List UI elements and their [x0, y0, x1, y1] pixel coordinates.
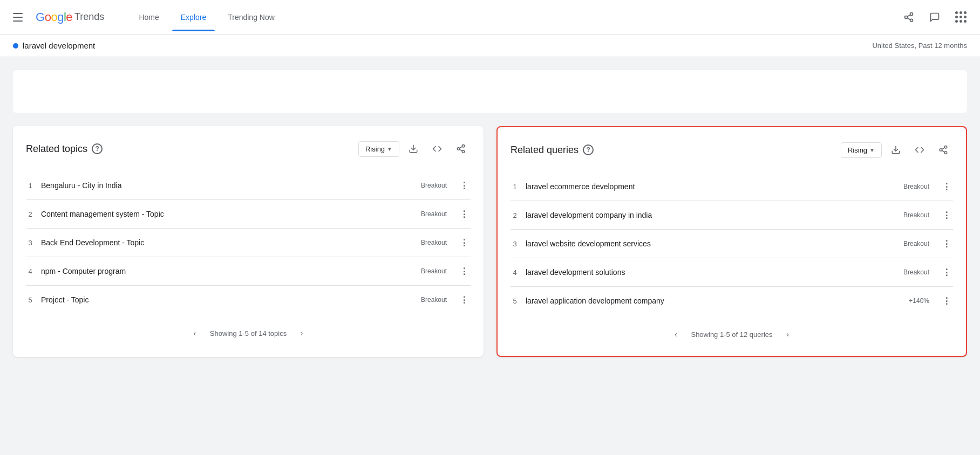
- row-label[interactable]: Project - Topic: [41, 295, 414, 304]
- row-more-icon[interactable]: ⋮: [940, 266, 953, 279]
- prev-page-button[interactable]: ‹: [186, 325, 203, 342]
- pagination-label: Showing 1-5 of 12 queries: [691, 330, 772, 339]
- table-row: 1 Bengaluru - City in India Breakout ⋮: [26, 171, 471, 200]
- related-topics-rising-dropdown[interactable]: Rising ▼: [358, 141, 399, 157]
- related-queries-controls: Rising ▼: [841, 140, 953, 160]
- related-queries-share-icon[interactable]: [934, 140, 953, 160]
- related-queries-header: Related queries ? Rising ▼: [511, 140, 953, 160]
- table-row: 3 laravel website development services B…: [511, 230, 953, 258]
- svg-line-4: [907, 15, 910, 16]
- related-queries-table: 1 laravel ecommerce development Breakout…: [511, 173, 953, 315]
- apps-grid-icon: [954, 10, 968, 24]
- subheader-left: laravel development: [13, 41, 95, 50]
- row-label[interactable]: Back End Development - Topic: [41, 238, 414, 247]
- nav-trending-now[interactable]: Trending Now: [219, 9, 283, 26]
- table-row: 5 Project - Topic Breakout ⋮: [26, 286, 471, 314]
- row-badge: +140%: [909, 297, 929, 305]
- related-queries-title-group: Related queries ?: [511, 144, 594, 156]
- row-more-icon[interactable]: ⋮: [458, 265, 471, 278]
- related-topics-footer: ‹ Showing 1-5 of 14 topics ›: [26, 325, 471, 342]
- related-topics-card: Related topics ? Rising ▼: [13, 126, 484, 357]
- row-number: 4: [26, 267, 35, 275]
- row-label[interactable]: npm - Computer program: [41, 267, 414, 275]
- chart-area: [13, 70, 967, 113]
- apps-button[interactable]: [950, 6, 971, 28]
- row-number: 3: [511, 240, 519, 248]
- table-row: 1 laravel ecommerce development Breakout…: [511, 173, 953, 201]
- row-more-icon[interactable]: ⋮: [940, 294, 953, 307]
- table-row: 4 npm - Computer program Breakout ⋮: [26, 257, 471, 286]
- dropdown-arrow-icon: ▼: [869, 147, 875, 153]
- table-row: 3 Back End Development - Topic Breakout …: [26, 229, 471, 257]
- row-label[interactable]: Bengaluru - City in India: [41, 181, 414, 190]
- related-topics-controls: Rising ▼: [358, 139, 471, 158]
- row-more-icon[interactable]: ⋮: [940, 180, 953, 193]
- row-badge: Breakout: [421, 239, 447, 246]
- dropdown-arrow-icon: ▼: [387, 146, 392, 152]
- pagination-label: Showing 1-5 of 14 topics: [210, 329, 287, 337]
- row-more-icon[interactable]: ⋮: [458, 293, 471, 306]
- related-queries-download-icon[interactable]: [886, 140, 906, 160]
- row-number: 2: [511, 211, 519, 219]
- row-badge: Breakout: [903, 211, 929, 219]
- row-label[interactable]: laravel application development company: [526, 297, 902, 305]
- table-row: 5 laravel application development compan…: [511, 287, 953, 315]
- related-topics-header: Related topics ? Rising ▼: [26, 139, 471, 158]
- share-button[interactable]: [898, 6, 920, 28]
- message-button[interactable]: [924, 6, 945, 28]
- row-more-icon[interactable]: ⋮: [458, 179, 471, 192]
- row-more-icon[interactable]: ⋮: [458, 236, 471, 249]
- cards-row: Related topics ? Rising ▼: [13, 126, 967, 357]
- nav-explore[interactable]: Explore: [172, 9, 215, 26]
- row-more-icon[interactable]: ⋮: [940, 209, 953, 222]
- row-badge: Breakout: [421, 182, 447, 189]
- search-term-label: laravel development: [23, 41, 95, 50]
- next-page-button[interactable]: ›: [779, 326, 797, 343]
- related-topics-share-icon[interactable]: [451, 139, 471, 158]
- logo[interactable]: Google Trends: [36, 10, 104, 24]
- hamburger-icon[interactable]: [9, 9, 27, 26]
- row-label[interactable]: Content management system - Topic: [41, 210, 414, 218]
- row-number: 1: [26, 182, 35, 190]
- related-topics-embed-icon[interactable]: [427, 139, 447, 158]
- subheader: laravel development United States, Past …: [0, 35, 980, 57]
- main-content: Related topics ? Rising ▼: [0, 57, 980, 370]
- related-queries-embed-icon[interactable]: [910, 140, 929, 160]
- app-header: Google Trends Home Explore Trending Now: [0, 0, 980, 35]
- related-topics-help-icon[interactable]: ?: [92, 143, 103, 154]
- related-topics-title-group: Related topics ?: [26, 143, 103, 155]
- svg-line-10: [459, 147, 462, 148]
- row-badge: Breakout: [903, 268, 929, 276]
- related-topics-table: 1 Bengaluru - City in India Breakout ⋮ 2…: [26, 171, 471, 314]
- row-label[interactable]: laravel development solutions: [526, 268, 897, 277]
- main-nav: Home Explore Trending Now: [130, 9, 283, 26]
- row-number: 2: [26, 210, 35, 218]
- related-queries-rising-dropdown[interactable]: Rising ▼: [841, 142, 882, 158]
- row-label[interactable]: laravel ecommerce development: [526, 182, 897, 191]
- table-row: 4 laravel development solutions Breakout…: [511, 258, 953, 287]
- svg-line-15: [942, 150, 944, 152]
- row-number: 5: [511, 297, 519, 305]
- row-number: 1: [511, 183, 519, 191]
- svg-line-3: [907, 18, 910, 19]
- row-badge: Breakout: [421, 267, 447, 275]
- table-row: 2 laravel development company in india B…: [511, 201, 953, 230]
- related-queries-card: Related queries ? Rising ▼: [496, 126, 967, 357]
- row-more-icon[interactable]: ⋮: [940, 237, 953, 250]
- row-more-icon[interactable]: ⋮: [458, 208, 471, 220]
- related-topics-download-icon[interactable]: [404, 139, 423, 158]
- svg-line-16: [942, 148, 944, 149]
- prev-page-button[interactable]: ‹: [667, 326, 684, 343]
- header-right: [898, 6, 971, 28]
- related-queries-title: Related queries: [511, 144, 579, 156]
- header-left: Google Trends Home Explore Trending Now: [9, 9, 283, 26]
- next-page-button[interactable]: ›: [293, 325, 310, 342]
- row-badge: Breakout: [421, 210, 447, 218]
- row-label[interactable]: laravel website development services: [526, 239, 897, 248]
- region-time-label: United States, Past 12 months: [872, 42, 967, 50]
- logo-text: Google: [36, 10, 72, 24]
- active-dot: [13, 43, 18, 49]
- related-queries-help-icon[interactable]: ?: [583, 144, 594, 155]
- row-label[interactable]: laravel development company in india: [526, 211, 897, 219]
- nav-home[interactable]: Home: [130, 9, 167, 26]
